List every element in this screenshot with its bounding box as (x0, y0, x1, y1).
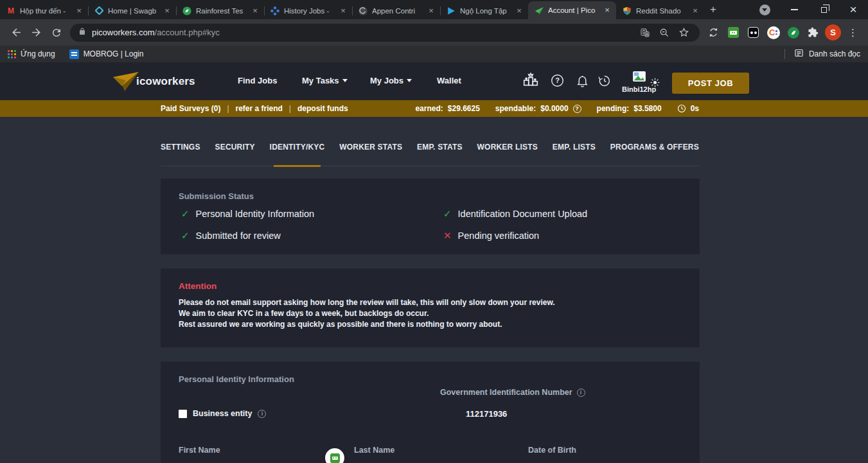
refer-a-friend-link[interactable]: refer a friend (236, 104, 283, 113)
apps-shortcut[interactable]: Ứng dụng (8, 49, 55, 58)
help-icon[interactable]: ? (551, 74, 564, 90)
back-icon[interactable] (6, 22, 26, 42)
chevron-down-icon (342, 79, 348, 82)
theme-sun-icon[interactable] (650, 78, 660, 90)
zoom-out-icon[interactable] (655, 24, 674, 42)
status-item: ✓Personal Identity Information (181, 208, 314, 220)
nav-my-jobs[interactable]: My Jobs (370, 76, 412, 85)
earnings-bar: Paid Surveys (0) | refer a friend | depo… (0, 100, 868, 117)
translate-icon[interactable] (635, 24, 655, 42)
tab-rainforest[interactable]: Rainforest Tes × (176, 2, 264, 19)
info-icon[interactable]: i (577, 389, 585, 397)
roboform-extension-icon[interactable] (723, 22, 743, 42)
info-icon[interactable]: i (258, 410, 266, 418)
check-icon: ✓ (443, 208, 452, 220)
separator: | (227, 104, 229, 113)
browser-tab-strip: M Hộp thư đến - × Home | Swagb × Rainfor… (0, 0, 868, 19)
tab-close-icon[interactable]: × (602, 5, 612, 15)
tab-appen[interactable]: Appen Contri × (352, 2, 440, 19)
attention-line: Rest assured we are working as quickly a… (179, 320, 502, 329)
tab-close-icon[interactable]: × (426, 6, 436, 16)
business-entity-checkbox[interactable] (179, 410, 187, 418)
eyes-extension-icon[interactable] (743, 22, 763, 42)
business-entity-label: Business entity (193, 409, 252, 418)
reading-list-icon (794, 48, 804, 60)
tab-history-jobs[interactable]: History Jobs - × (264, 2, 352, 19)
picoworkers-logo[interactable]: icoworkers (112, 70, 195, 93)
bookmark-mobrog[interactable]: MOBROG | Login (69, 49, 144, 59)
leaderboard-icon[interactable] (522, 71, 539, 91)
spendable-value: $0.0000 (540, 104, 568, 113)
close-button[interactable]: × (838, 0, 868, 19)
tab-close-icon[interactable]: × (74, 6, 84, 16)
attention-line: Please do not email support asking how l… (179, 298, 555, 307)
tab-security[interactable]: SECURITY (215, 143, 254, 166)
tab-close-icon[interactable]: × (514, 6, 524, 16)
tab-emp-stats[interactable]: EMP. STATS (417, 143, 463, 166)
attention-title: Attention (179, 281, 217, 291)
tab-programs-offers[interactable]: PROGRAMS & OFFERS (610, 143, 699, 166)
leaf-extension-icon[interactable] (783, 22, 803, 42)
tab-identity-kyc[interactable]: IDENTITY/KYC (270, 143, 325, 166)
tab-title: Hộp thư đến - (20, 7, 70, 15)
minimize-button[interactable] (779, 0, 809, 19)
spendable-help-icon[interactable]: ? (573, 105, 581, 113)
forward-icon[interactable] (26, 22, 46, 42)
extensions-puzzle-icon[interactable] (803, 22, 823, 42)
paid-surveys-link[interactable]: Paid Surveys (0) (161, 104, 220, 113)
tab-gmail[interactable]: M Hộp thư đến - × (0, 2, 88, 19)
deposit-funds-link[interactable]: deposit funds (297, 104, 348, 113)
pending-value: $3.5800 (633, 104, 661, 113)
tab-close-icon[interactable]: × (690, 6, 700, 16)
tab-picoworkers-active[interactable]: Account | Pico × (528, 1, 616, 19)
bookmarks-bar: Ứng dụng MOBROG | Login Danh sách đọc (0, 46, 868, 62)
status-item: ✓Submitted for review (181, 230, 281, 241)
browser-menu-icon[interactable]: ⋮ (843, 22, 863, 42)
nav-wallet[interactable]: Wallet (437, 76, 461, 85)
profile-avatar[interactable]: S (823, 22, 843, 42)
tab-emp-lists[interactable]: EMP. LISTS (553, 143, 596, 166)
tab-reddit[interactable]: Reddit Shado × (616, 2, 704, 19)
timer-value: 0s (691, 104, 699, 113)
restore-button[interactable] (809, 0, 838, 19)
tab-worker-lists[interactable]: WORKER LISTS (477, 143, 538, 166)
url-host: picoworkers.com (92, 28, 155, 37)
nav-my-tasks[interactable]: My Tasks (302, 76, 348, 85)
cross-icon: ✕ (443, 230, 452, 241)
roboform-icon (330, 453, 340, 463)
tab-search-icon[interactable] (750, 0, 779, 19)
history-icon[interactable] (598, 74, 610, 90)
url-bar[interactable]: picoworkers.com/account.php#kyc (70, 24, 700, 42)
tab-close-icon[interactable]: × (250, 6, 260, 16)
tab-close-icon[interactable]: × (162, 6, 172, 16)
bookmark-star-icon[interactable] (674, 24, 693, 42)
new-tab-button[interactable]: + (704, 1, 722, 19)
check-icon: ✓ (181, 208, 190, 220)
check-icon: ✓ (181, 230, 190, 241)
coupon-extension-icon[interactable]: C (763, 22, 783, 42)
tab-title: Appen Contri (372, 7, 422, 15)
site-header: icoworkers Find Jobs My Tasks My Jobs Wa… (0, 62, 868, 100)
earned-label: earned: (415, 104, 443, 113)
tab-title: Reddit Shado (636, 7, 686, 15)
tab-swagbucks[interactable]: Home | Swagb × (88, 2, 176, 19)
tab-video[interactable]: Ngộ Long Tập × (440, 2, 528, 19)
tab-worker-stats[interactable]: WORKER STATS (339, 143, 402, 166)
url-path: /account.php#kyc (155, 28, 220, 37)
bookmark-label: MOBROG | Login (84, 49, 144, 58)
reading-list-label: Danh sách đọc (809, 49, 860, 58)
reload-icon[interactable] (46, 22, 66, 42)
reading-list[interactable]: Danh sách đọc (784, 48, 860, 60)
post-job-button[interactable]: POST JOB (672, 73, 749, 94)
refresher-extension-icon[interactable] (704, 22, 723, 42)
lock-icon[interactable] (78, 27, 86, 39)
tab-close-icon[interactable]: × (338, 6, 348, 16)
date-of-birth-label: Date of Birth (528, 446, 576, 455)
notifications-bell-icon[interactable] (576, 74, 589, 90)
pending-label: pending: (597, 104, 630, 113)
roboform-autofill-icon[interactable] (325, 448, 344, 463)
status-item: ✓Identification Document Upload (443, 208, 587, 220)
tab-settings[interactable]: SETTINGS (161, 143, 200, 166)
nav-find-jobs[interactable]: Find Jobs (238, 76, 277, 85)
rainforest-icon (182, 6, 192, 16)
